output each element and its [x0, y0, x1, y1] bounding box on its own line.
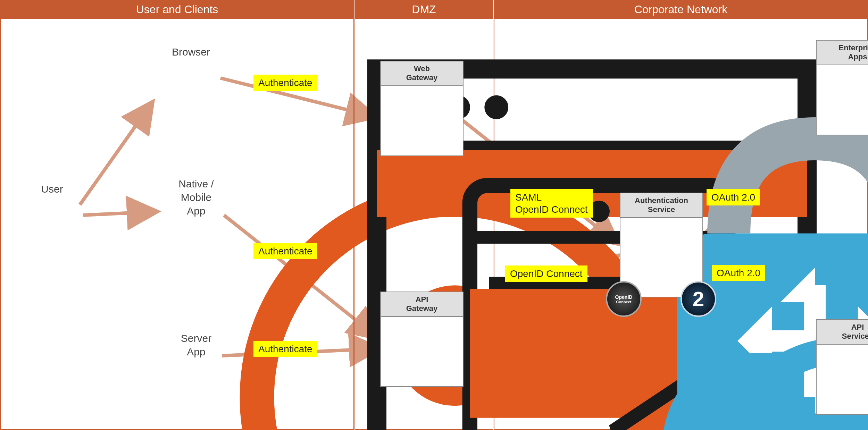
browser-node: Browser [158, 45, 224, 59]
user-node: User [21, 182, 83, 196]
api-gateway-title: API Gateway [381, 292, 463, 317]
auth-service-title: Authentication Service [620, 193, 702, 218]
api-gateway-card: API Gateway [380, 292, 464, 387]
label-auth-server: Authenticate [253, 341, 317, 357]
label-oauth-down: OAuth 2.0 [712, 265, 765, 281]
label-saml-openid: SAML OpenID Connect [510, 189, 593, 218]
oauth-badge: 2 [681, 281, 716, 317]
auth-service-card: Authentication Service [620, 193, 703, 297]
zone-header-corporate: Corporate Network [494, 0, 868, 19]
enterprise-apps-title: Enterprise Apps [817, 41, 868, 65]
enterprise-apps-card: Enterprise Apps [816, 40, 868, 135]
label-oauth-up: OAuth 2.0 [707, 189, 760, 205]
openid-badge-label: OpenID [615, 294, 633, 300]
web-gateway-title: Web Gateway [381, 61, 463, 86]
web-gateway-card: Web Gateway [380, 61, 464, 156]
label-auth-native: Authenticate [253, 243, 317, 259]
api-services-card: API Services [816, 319, 868, 415]
server-app-node: Server App [161, 331, 231, 359]
native-app-label: Native / Mobile App [165, 177, 227, 218]
label-auth-browser: Authenticate [253, 75, 317, 91]
zone-header-dmz: DMZ [354, 0, 493, 19]
oauth-badge-label: 2 [693, 287, 704, 311]
server-app-label: Server App [161, 331, 231, 359]
browser-label: Browser [158, 45, 224, 59]
openid-badge: OpenID Connect [606, 281, 642, 317]
label-openid: OpenID Connect [505, 265, 587, 282]
user-label: User [21, 182, 83, 196]
api-services-title: API Services [817, 320, 868, 345]
zone-header-user-clients: User and Clients [0, 0, 354, 19]
openid-badge-sub: Connect [616, 300, 632, 304]
native-app-node: Native / Mobile App [165, 177, 227, 218]
